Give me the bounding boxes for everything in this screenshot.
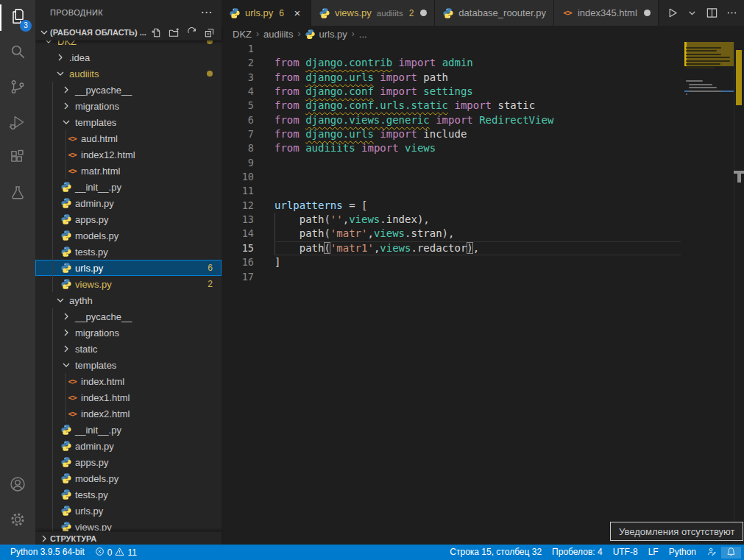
tree-file--init-py[interactable]: __init__.py — [35, 422, 222, 438]
tree-file-views-py[interactable]: views.py — [35, 519, 222, 531]
activity-item-account[interactable] — [0, 468, 35, 503]
tree-folder-DKZ[interactable]: DKZ — [35, 40, 222, 49]
tree-file-aud-html[interactable]: <>aud.html — [35, 130, 222, 146]
chevron-down-icon[interactable] — [60, 359, 72, 371]
tree-file--init-py[interactable]: __init__.py — [35, 179, 222, 195]
tree-folder--idea[interactable]: .idea — [35, 49, 222, 65]
status-language-mode[interactable]: Python — [664, 547, 701, 557]
activity-item-explorer[interactable]: 3 — [0, 0, 35, 35]
workspace-section-header[interactable]: (РАБОЧАЯ ОБЛАСТЬ) ... — [35, 24, 222, 40]
tree-file-admin-py[interactable]: admin.py — [35, 195, 222, 211]
tree-folder-aythh[interactable]: aythh — [35, 292, 222, 308]
tree-folder--pycache-[interactable]: __pycache__ — [35, 308, 222, 325]
tree-file-index-html[interactable]: <>index.html — [35, 373, 222, 389]
code-line-text[interactable] — [274, 156, 681, 170]
run-dropdown-button[interactable] — [686, 7, 698, 19]
editor-scrollbar[interactable] — [734, 42, 744, 545]
sidebar-more-actions-icon[interactable]: ⋯ — [201, 9, 213, 16]
tree-file-urls-py[interactable]: urls.py — [35, 503, 222, 519]
collapse-all-button[interactable] — [202, 26, 216, 39]
status-indentation[interactable]: Пробелов: 4 — [547, 547, 608, 557]
tree-file-tests-py[interactable]: tests.py — [35, 486, 222, 503]
code-line-text[interactable] — [274, 42, 681, 56]
code-line-text[interactable]: path('matr1',views.redactor), — [274, 241, 681, 255]
new-file-button[interactable] — [149, 26, 163, 39]
code-editor[interactable]: 12from django.contrib import admin3from … — [222, 42, 744, 545]
tree-folder-templates[interactable]: templates — [35, 114, 222, 130]
tree-folder--pycache-[interactable]: __pycache__ — [35, 82, 222, 98]
new-folder-button[interactable] — [167, 26, 180, 39]
tab-database-roouter-py[interactable]: database_roouter.py — [435, 0, 554, 26]
code-line-text[interactable]: path('',views.index), — [274, 213, 681, 227]
more-actions-button[interactable] — [726, 7, 738, 19]
code-line-text[interactable] — [274, 170, 681, 184]
tree-file-models-py[interactable]: models.py — [35, 227, 222, 244]
status-python-interpreter[interactable]: Python 3.9.5 64-bit — [5, 547, 90, 557]
tree-file-apps-py[interactable]: apps.py — [35, 211, 222, 227]
tree-file-urls-py[interactable]: urls.py6 — [35, 260, 222, 276]
chevron-down-icon[interactable] — [54, 68, 66, 79]
tree-file-models-py[interactable]: models.py — [35, 470, 222, 486]
tab-close-icon[interactable]: × — [291, 7, 303, 19]
feedback-button[interactable] — [701, 547, 721, 559]
tree-folder-templates[interactable]: templates — [35, 357, 222, 373]
tree-folder-static[interactable]: static — [35, 341, 222, 357]
tab-urls-py[interactable]: urls.py6× — [222, 0, 311, 26]
split-editor-button[interactable] — [706, 7, 718, 19]
notifications-tooltip: Уведомления отсутствуют — [610, 522, 743, 541]
tree-file-views-py[interactable]: views.py2 — [35, 276, 222, 292]
breadcrumb-item--[interactable]: ... — [359, 29, 367, 40]
code-line-text[interactable]: ] — [274, 255, 681, 269]
activity-item-extensions[interactable] — [0, 141, 35, 177]
code-line-text[interactable]: path('matr',views.stran), — [274, 227, 681, 241]
chevron-down-icon[interactable] — [43, 40, 54, 47]
status-eol[interactable]: LF — [643, 547, 664, 557]
code-line-text[interactable]: from django.views.generic import Redirec… — [274, 113, 681, 127]
tree-folder-migrations[interactable]: migrations — [35, 325, 222, 341]
chevron-right-icon[interactable] — [60, 343, 72, 355]
code-line-text[interactable]: urlpatterns = [ — [274, 199, 681, 213]
refresh-button[interactable] — [185, 26, 198, 39]
tree-folder-audiiits[interactable]: audiiits — [35, 65, 222, 82]
breadcrumb-item-urls-py[interactable]: urls.py — [305, 29, 347, 40]
code-line-text[interactable]: from django.urls import path — [274, 71, 681, 85]
tree-folder-migrations[interactable]: migrations — [35, 98, 222, 114]
activity-item-search[interactable] — [0, 35, 35, 71]
status-encoding[interactable]: UTF-8 — [608, 547, 643, 557]
code-line-text[interactable]: from django.contrib import admin — [274, 56, 681, 70]
breadcrumb-item-DKZ[interactable]: DKZ — [233, 29, 252, 40]
code-line-text[interactable]: from audiiits import views — [274, 141, 681, 155]
tree-file-index2-html[interactable]: <>index2.html — [35, 405, 222, 422]
status-problems[interactable]: 011 — [90, 547, 142, 559]
code-line-text[interactable] — [274, 184, 681, 198]
code-line-text[interactable] — [274, 270, 681, 284]
chevron-down-icon[interactable] — [60, 116, 72, 128]
chevron-right-icon[interactable] — [60, 311, 72, 322]
activity-item-source-control[interactable] — [0, 71, 35, 106]
chevron-right-icon[interactable] — [60, 84, 72, 96]
tree-file-admin-py[interactable]: admin.py — [35, 438, 222, 454]
breadcrumb-item-audiiits[interactable]: audiiits — [263, 29, 293, 40]
status-cursor-position[interactable]: Строка 15, столбец 32 — [444, 547, 547, 557]
activity-item-settings[interactable] — [0, 503, 35, 539]
tree-file-apps-py[interactable]: apps.py — [35, 454, 222, 470]
activity-item-run-debug[interactable] — [0, 106, 35, 141]
chevron-down-icon[interactable] — [54, 294, 66, 306]
run-button[interactable] — [666, 7, 679, 19]
tab-index345-html[interactable]: <>index345.html — [554, 0, 659, 26]
activity-item-testing[interactable] — [0, 177, 35, 212]
code-line-text[interactable]: from django.urls import include — [274, 127, 681, 141]
tree-file-matr-html[interactable]: <>matr.html — [35, 163, 222, 179]
chevron-right-icon[interactable] — [54, 52, 66, 63]
chevron-right-icon[interactable] — [60, 327, 72, 339]
tree-file-index12-html[interactable]: <>index12.html — [35, 146, 222, 163]
code-line-text[interactable]: from django.conf import settings — [274, 85, 681, 99]
notifications-bell-button[interactable] — [721, 547, 741, 559]
tree-file-index1-html[interactable]: <>index1.html — [35, 389, 222, 405]
minimap[interactable] — [684, 42, 734, 545]
tab-views-py[interactable]: views.pyaudiiits2 — [311, 0, 435, 26]
chevron-right-icon[interactable] — [60, 100, 72, 112]
code-line-text[interactable]: from django.conf.urls.static import stat… — [274, 99, 681, 113]
outline-section-header[interactable]: СТРУКТУРА — [35, 531, 222, 545]
tree-file-tests-py[interactable]: tests.py — [35, 244, 222, 260]
